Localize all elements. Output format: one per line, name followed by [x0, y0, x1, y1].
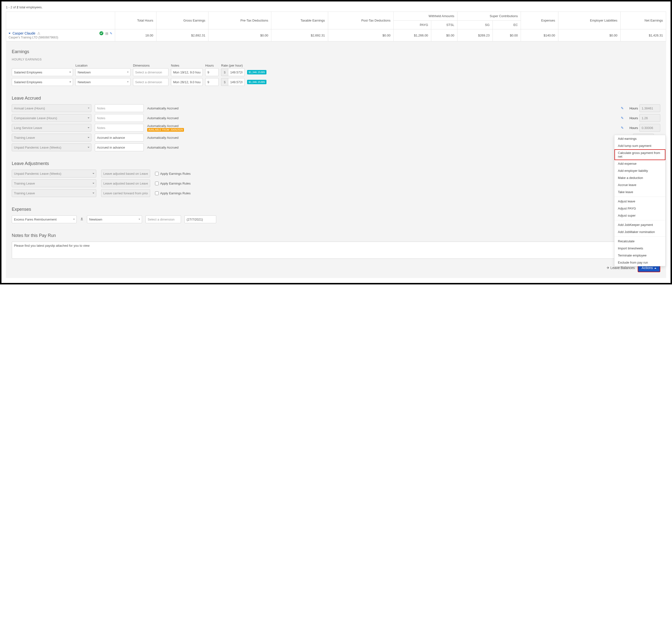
leave-type-select[interactable]: Long Service Leave — [12, 124, 91, 132]
earnings-hours-input[interactable] — [205, 68, 219, 76]
auto-accrued-label: Automatically Accrued — [147, 146, 211, 149]
earnings-row: Salaried Employees Newtown $ $1,346.1538… — [12, 68, 660, 76]
auto-accrued-label: Automatically AccruedAVAILABLE FROM: 20/… — [147, 124, 211, 132]
earnings-dimension-input[interactable] — [133, 78, 168, 86]
col-net: Net Earnings — [621, 12, 666, 29]
hourly-earnings-label: HOURLY EARNINGS — [12, 58, 660, 61]
leave-notes-input[interactable] — [95, 104, 144, 112]
earnings-type-select[interactable]: Salaried Employees — [12, 68, 73, 76]
edit-icon[interactable]: ✎ — [621, 106, 624, 110]
col-super-group: Super Contributions — [457, 12, 521, 21]
menu-item[interactable]: Adjust PAYG — [615, 205, 665, 212]
earnings-rate-input[interactable] — [228, 78, 245, 86]
apply-earnings-rules-checkbox[interactable]: Apply Earnings Rules — [155, 192, 191, 195]
leave-notes-input[interactable] — [95, 114, 144, 122]
col-emp-liab: Employer Liabilities — [558, 12, 620, 29]
leave-notes-input[interactable] — [95, 144, 144, 151]
earnings-notes-input[interactable] — [171, 78, 203, 86]
leave-unit-label: Hours — [626, 126, 638, 130]
earnings-heading: Earnings — [12, 49, 660, 54]
menu-item[interactable]: Adjust super — [615, 212, 665, 219]
leave-row: Training Leave Automatically Accrued ✎ D… — [12, 134, 660, 142]
caret-up-icon — [654, 268, 656, 269]
earnings-total-badge: $1,346.15385 — [247, 70, 266, 74]
payrun-notes-textarea[interactable]: Please find you latest payslip attached … — [12, 242, 660, 259]
apply-earnings-rules-checkbox[interactable]: Apply Earnings Rules — [155, 182, 191, 185]
adjustment-type-select[interactable]: Training Leave — [12, 179, 96, 187]
employee-count: 1 - 2 of 2 total employees. — [1, 4, 671, 11]
col-posttax: Post-Tax Deductions — [328, 12, 393, 29]
col-expenses: Expenses — [521, 12, 558, 29]
leave-type-select[interactable]: Unpaid Pandemic Leave (Weeks) — [12, 144, 91, 151]
menu-item[interactable]: Add lump sum payment — [615, 142, 665, 149]
menu-item[interactable]: Add JobMaker nomination — [615, 228, 665, 235]
leave-balances-button[interactable]: ✈ Leave Balances — [607, 266, 635, 270]
warning-icon: ⚠ — [37, 31, 41, 35]
employee-row[interactable]: Casper Claude ⚠ ▤ ✎ Casper's Training LT… — [6, 29, 666, 41]
menu-item[interactable]: Take leave — [615, 188, 665, 196]
adjustment-type-select[interactable]: Unpaid Pandemic Leave (Weeks) — [12, 170, 96, 177]
earnings-location-select[interactable]: Newtown — [75, 78, 130, 86]
menu-item[interactable]: Accrue leave — [615, 181, 665, 188]
leave-unit-label: Hours — [626, 116, 638, 120]
col-withheld-group: Withheld Amounts — [393, 12, 457, 21]
col-stsl: STSL — [431, 21, 457, 29]
leave-row: Long Service Leave Automatically Accrued… — [12, 124, 660, 132]
menu-item[interactable]: Import timesheets — [615, 245, 665, 252]
expenses-heading: Expenses — [12, 207, 660, 212]
leave-type-select[interactable]: Training Leave — [12, 134, 91, 142]
edit-icon[interactable]: ✎ — [621, 126, 624, 130]
apply-earnings-rules-checkbox[interactable]: Apply Earnings Rules — [155, 172, 191, 176]
edit-icon[interactable]: ✎ — [110, 31, 113, 35]
col-sg: SG — [457, 21, 493, 29]
earnings-hours-input[interactable] — [205, 78, 219, 86]
menu-item[interactable]: Add JobKeeper payment — [615, 221, 665, 228]
leave-value-input[interactable] — [640, 104, 660, 112]
edit-icon[interactable]: ✎ — [621, 116, 624, 120]
adjustment-reason-input[interactable] — [101, 179, 150, 187]
adjustment-reason-input[interactable] — [101, 189, 150, 197]
adjustment-row: Training Leave Apply Earnings Rules — [12, 189, 660, 197]
leave-value-input[interactable] — [640, 114, 660, 122]
earnings-dimension-input[interactable] — [133, 68, 168, 76]
leave-row: Annual Leave (Hours) Automatically Accru… — [12, 104, 660, 112]
menu-item[interactable]: Calculate gross payment from net — [615, 149, 665, 160]
employee-name[interactable]: Casper Claude — [13, 31, 35, 35]
menu-item[interactable]: Add employer liability — [615, 167, 665, 174]
leave-accrued-heading: Leave Accrued — [12, 96, 660, 101]
expense-date-input[interactable] — [185, 216, 216, 223]
leave-type-select[interactable]: Compassionate Leave (Hours) — [12, 114, 91, 122]
earnings-total-badge: $1,346.15385 — [247, 80, 266, 84]
menu-item[interactable]: Make a deduction — [615, 174, 665, 181]
leave-row: Unpaid Pandemic Leave (Weeks) Automatica… — [12, 144, 660, 151]
leave-notes-input[interactable] — [95, 134, 144, 142]
menu-item[interactable]: Add expense — [615, 160, 665, 167]
plane-icon: ✈ — [607, 266, 609, 270]
earnings-rate-input[interactable] — [228, 68, 245, 76]
adjustment-reason-input[interactable] — [101, 170, 150, 177]
adjustment-row: Unpaid Pandemic Leave (Weeks) Apply Earn… — [12, 170, 660, 177]
employee-icon — [80, 217, 83, 222]
earnings-location-select[interactable]: Newtown — [75, 68, 130, 76]
menu-item[interactable]: Add earnings — [615, 135, 665, 142]
expense-type-select[interactable]: Excess Fares Reimbursement — [12, 216, 77, 223]
leave-value-input[interactable] — [640, 124, 660, 132]
earnings-summary-table: Total Hours Gross Earnings Pre-Tax Deduc… — [6, 11, 666, 41]
menu-item[interactable]: Exclude from pay run — [615, 259, 665, 266]
menu-item[interactable]: Terminate employee — [615, 252, 665, 259]
earnings-notes-input[interactable] — [171, 68, 203, 76]
menu-item[interactable]: Adjust leave — [615, 198, 665, 205]
leave-notes-input[interactable] — [95, 124, 144, 132]
adjustment-type-select[interactable]: Training Leave — [12, 189, 96, 197]
menu-item[interactable]: Recalculate — [615, 238, 665, 245]
leave-type-select[interactable]: Annual Leave (Hours) — [12, 104, 91, 112]
note-icon[interactable]: ▤ — [105, 31, 108, 35]
expand-icon[interactable] — [8, 33, 10, 34]
employee-subtitle: Casper's Training LTD (58606879663) — [8, 36, 113, 39]
earnings-type-select[interactable]: Salaried Employees — [12, 78, 73, 86]
expense-dimension-input[interactable] — [145, 216, 181, 223]
earnings-row: Salaried Employees Newtown $ $1,346.1538… — [12, 78, 660, 86]
expense-location-select[interactable]: Newtown — [87, 216, 142, 223]
col-taxable: Taxable Earnings — [271, 12, 328, 29]
col-gross: Gross Earnings — [156, 12, 209, 29]
